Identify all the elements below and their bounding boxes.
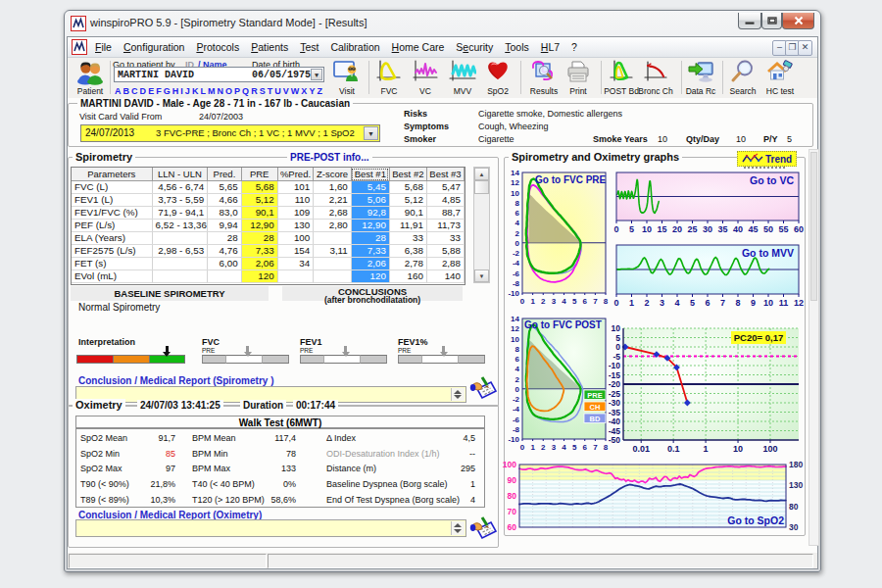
letter-link-O[interactable]: O bbox=[225, 86, 232, 96]
go-to-vc-link[interactable]: Go to VC bbox=[750, 174, 794, 186]
go-to-spo2-link[interactable]: Go to SpO2 bbox=[727, 514, 784, 526]
letter-link-P[interactable]: P bbox=[234, 86, 240, 96]
menu-item-calibration[interactable]: Calibration bbox=[324, 37, 385, 57]
maximize-button[interactable] bbox=[761, 13, 782, 29]
table-row[interactable]: PEF (L/s)6,52 - 13,369,9412,901302,8012,… bbox=[72, 220, 465, 232]
menu-item-security[interactable]: Security bbox=[450, 37, 499, 57]
table-header-4[interactable]: %Pred. bbox=[277, 168, 314, 181]
spiro-conclusion-spinner[interactable] bbox=[451, 388, 465, 401]
table-header-5[interactable]: Z-score bbox=[314, 168, 352, 181]
table-row[interactable]: FET (s)6,002,06342,062,782,88 bbox=[72, 258, 465, 270]
letter-link-S[interactable]: S bbox=[260, 86, 266, 96]
letter-link-V[interactable]: V bbox=[283, 86, 289, 96]
table-row[interactable]: FEV1/FVC (%)71,9 - 94,183,090,11092,6892… bbox=[72, 207, 465, 220]
scroll-down-icon[interactable]: ▼ bbox=[474, 270, 489, 282]
minimize-button[interactable] bbox=[738, 13, 761, 29]
mdi-close-button[interactable]: ✕ bbox=[798, 40, 812, 56]
go-to-mvv-link[interactable]: Go to MVV bbox=[742, 247, 794, 259]
letter-link-A[interactable]: A bbox=[115, 86, 122, 96]
letter-link-Q[interactable]: Q bbox=[242, 86, 249, 96]
x-tick-label: 12 bbox=[794, 298, 804, 306]
table-header-1[interactable]: LLN - ULN bbox=[152, 168, 208, 181]
letter-link-K[interactable]: K bbox=[192, 86, 199, 96]
spiro-conclusion-label[interactable]: Conclusion / Medical Report (Spirometry … bbox=[78, 375, 273, 386]
toolbar-button-visit[interactable]: Visit bbox=[325, 58, 368, 97]
spin-up-icon2[interactable] bbox=[454, 523, 462, 527]
toolbar-button-print[interactable]: Print bbox=[557, 58, 600, 97]
table-row[interactable]: EVol (mL)120120160140 bbox=[72, 270, 465, 283]
table-row[interactable]: FVC (L)4,56 - 6,745,655,681011,605,455,6… bbox=[72, 181, 465, 194]
table-scrollbar[interactable]: ▲ ▼ bbox=[473, 167, 490, 283]
table-row[interactable]: ELA (Years)2828100283333 bbox=[72, 232, 465, 245]
table-header-7[interactable]: Best #2 bbox=[389, 168, 426, 181]
table-header-2[interactable]: Pred. bbox=[208, 168, 242, 181]
letter-link-N[interactable]: N bbox=[217, 86, 223, 96]
menu-item-patients[interactable]: Patients bbox=[245, 37, 294, 57]
menu-item-file[interactable]: File bbox=[89, 37, 118, 57]
letter-link-Z[interactable]: Z bbox=[317, 86, 322, 96]
visit-card-label: Visit Card Valid From bbox=[79, 112, 162, 122]
spin-down-icon2[interactable] bbox=[454, 529, 462, 533]
table-row[interactable]: FEV1 (L)3,73 - 5,594,665,121102,215,065,… bbox=[72, 194, 465, 207]
x-tick-label: 100 bbox=[762, 444, 777, 454]
dob-dropdown-icon[interactable]: ▼ bbox=[311, 69, 322, 80]
letter-link-T[interactable]: T bbox=[268, 86, 273, 96]
menu-item-protocols[interactable]: Protocols bbox=[190, 37, 245, 57]
visit-combo-dropdown-icon[interactable]: ▼ bbox=[364, 126, 378, 140]
spin-down-icon[interactable] bbox=[454, 395, 462, 399]
go-to-fvc-pre-link[interactable]: Go to FVC PRE bbox=[535, 174, 607, 185]
toolbar-button-hctest[interactable]: HC test bbox=[759, 58, 802, 97]
scrollbar-thumb[interactable] bbox=[474, 180, 489, 194]
letter-link-E[interactable]: E bbox=[148, 86, 154, 96]
table-header-8[interactable]: Best #3 bbox=[426, 168, 464, 181]
letter-link-W[interactable]: W bbox=[291, 86, 300, 96]
toolbar-button-broncch[interactable]: Bronc Ch bbox=[634, 58, 677, 97]
spo2-icon bbox=[486, 60, 510, 85]
letter-link-B[interactable]: B bbox=[123, 86, 130, 96]
letter-link-R[interactable]: R bbox=[251, 86, 258, 96]
patient-lookup-combo[interactable]: MARTINI DAVID 06/05/1975 ▼ bbox=[114, 67, 324, 82]
oxi-value: 21,8% bbox=[130, 479, 175, 489]
scroll-up-icon[interactable]: ▲ bbox=[474, 168, 489, 180]
menu-item-home-care[interactable]: Home Care bbox=[386, 37, 451, 57]
table-cell: 3,11 bbox=[314, 245, 352, 258]
table-header-6[interactable]: Best #1 bbox=[351, 168, 389, 181]
visit-combo[interactable]: 24/07/2013 3 FVC-PRE ; Bronc Ch ; 1 VC ;… bbox=[80, 124, 380, 142]
menu-item-hl7[interactable]: HL7 bbox=[535, 37, 565, 57]
letter-link-J[interactable]: J bbox=[185, 86, 190, 96]
oxi-conclusion-box[interactable] bbox=[75, 519, 466, 537]
oxi-conclusion-spinner[interactable] bbox=[451, 521, 465, 535]
menu-item-configuration[interactable]: Configuration bbox=[118, 37, 190, 57]
table-cell bbox=[277, 270, 314, 283]
letter-link-H[interactable]: H bbox=[172, 86, 179, 96]
table-cell: FEV1 (L) bbox=[72, 194, 152, 207]
spiro-notepad-icon[interactable] bbox=[469, 375, 497, 406]
menu-item--[interactable]: ? bbox=[565, 37, 583, 57]
letter-link-Y[interactable]: Y bbox=[309, 86, 315, 96]
title-bar[interactable]: winspiroPRO 5.9 - [Spirometry Standard M… bbox=[65, 11, 820, 36]
letter-link-X[interactable]: X bbox=[301, 86, 307, 96]
letter-link-U[interactable]: U bbox=[274, 86, 281, 96]
table-row[interactable]: FEF2575 (L/s)2,98 - 6,534,767,331543,117… bbox=[72, 245, 465, 258]
main-content: Spirometry PRE-POST info... ParametersLL… bbox=[68, 148, 817, 553]
prepost-info-link[interactable]: PRE-POST info... bbox=[287, 152, 372, 163]
letter-link-I[interactable]: I bbox=[180, 86, 183, 96]
letter-link-F[interactable]: F bbox=[156, 86, 162, 96]
toolbar-button-patient[interactable]: Patient bbox=[70, 58, 111, 97]
close-button[interactable] bbox=[782, 13, 814, 29]
table-header-3[interactable]: PRE bbox=[241, 168, 277, 181]
toolbar-button-datarc[interactable]: Data Rc bbox=[679, 58, 722, 97]
letter-link-L[interactable]: L bbox=[200, 86, 206, 96]
menu-item-test[interactable]: Test bbox=[294, 37, 324, 57]
go-to-fvc-post-link[interactable]: Go to FVC POST bbox=[524, 319, 602, 330]
letter-link-D[interactable]: D bbox=[140, 86, 147, 96]
letter-link-G[interactable]: G bbox=[164, 86, 171, 96]
oxi-notepad-icon[interactable] bbox=[469, 515, 497, 546]
table-cell: PEF (L/s) bbox=[72, 220, 152, 232]
letter-link-C[interactable]: C bbox=[131, 86, 138, 96]
spin-up-icon[interactable] bbox=[454, 390, 462, 394]
menu-item-tools[interactable]: Tools bbox=[499, 37, 535, 57]
table-header-0[interactable]: Parameters bbox=[72, 168, 152, 181]
letter-link-M[interactable]: M bbox=[208, 86, 216, 96]
toolbar-button-spo2[interactable]: SpO2 bbox=[476, 58, 519, 97]
